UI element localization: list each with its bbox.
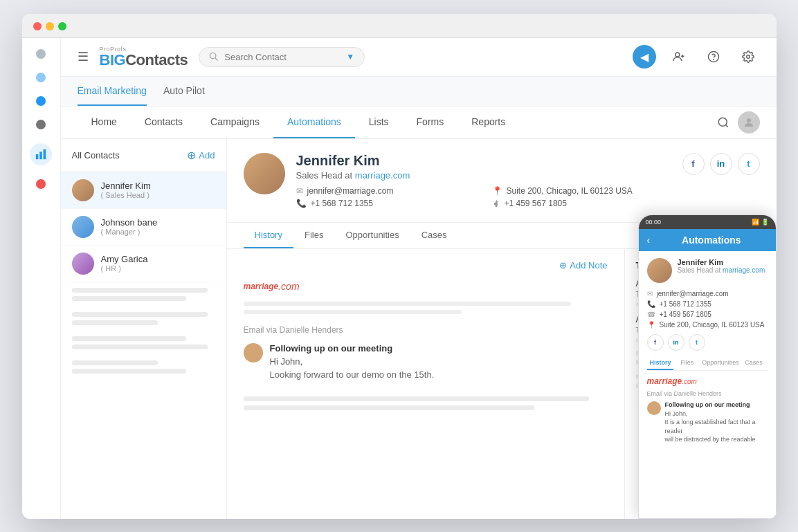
note-greeting: Hi John,	[270, 356, 608, 367]
detail-tab-history[interactable]: History	[244, 223, 293, 248]
sidebar-dot-5	[36, 179, 46, 189]
placeholder-row-1	[61, 282, 226, 306]
hamburger-menu[interactable]: ☰	[78, 49, 89, 64]
mobile-linkedin-button[interactable]: in	[668, 334, 684, 351]
note-via: Email via Danielle Henders	[244, 325, 608, 335]
nav-search-icon[interactable]	[717, 116, 729, 129]
contact-email: ✉ jennifer@marriage.com	[296, 186, 475, 196]
nav-automations[interactable]: Automations	[273, 107, 355, 138]
detail-tab-files[interactable]: Files	[293, 223, 334, 248]
nav-campaigns[interactable]: Campaigns	[197, 107, 273, 138]
mobile-contact-position: Sales Head at marriage.com	[678, 266, 765, 274]
mobile-time: 00:00	[646, 219, 662, 226]
svg-point-11	[718, 118, 727, 126]
contact-info-main: Jennifer Kim Sales Head at marriage.com …	[296, 153, 671, 208]
contact-item-jennifer[interactable]: Jennifer Kim ( Sales Head )	[61, 172, 226, 209]
mobile-email: ✉ jennifer@marriage.com	[647, 290, 768, 297]
note-body: Looking forward to our demo on the 15th.	[270, 369, 608, 380]
sub-tabs: Email Marketing Auto Pilot	[61, 77, 777, 107]
note-message: Following up on our meeting Hi John, Loo…	[244, 343, 608, 380]
tab-auto-pilot[interactable]: Auto Pilot	[163, 77, 205, 106]
settings-button[interactable]	[736, 45, 760, 68]
logo-big: BIGContacts	[100, 53, 188, 68]
mobile-twitter-button[interactable]: t	[689, 334, 705, 351]
mobile-phone: 📞 +1 568 712 1355	[647, 300, 768, 308]
contact-item-amy[interactable]: Amy Garica ( HR )	[61, 246, 226, 282]
mobile-contact-name: Jennifer Kim	[678, 258, 765, 266]
help-button[interactable]	[702, 45, 725, 68]
facebook-button[interactable]: f	[682, 153, 705, 175]
nav-home[interactable]: Home	[78, 107, 131, 138]
minimize-dot[interactable]	[46, 22, 54, 30]
close-dot[interactable]	[33, 22, 42, 30]
contact-role-jennifer: ( Sales Head )	[101, 191, 151, 199]
mobile-tab-cases[interactable]: Cases	[741, 356, 768, 370]
mobile-contact-row: Jennifer Kim Sales Head at marriage.com	[647, 258, 768, 283]
contact-avatar-jennifer	[72, 179, 94, 201]
placeholder-row-4	[61, 355, 226, 379]
nav-back-button[interactable]: ◀	[633, 45, 656, 68]
mobile-contact-avatar	[647, 258, 672, 283]
mobile-tab-files[interactable]: Files	[673, 356, 700, 370]
nav-forms[interactable]: Forms	[403, 107, 458, 138]
contact-name-jennifer: Jennifer Kim	[101, 181, 151, 191]
mobile-note-via: Email via Danielle Henders	[647, 390, 768, 397]
note-lines	[244, 302, 608, 314]
mobile-note-avatar	[647, 401, 661, 415]
contact-role-amy: ( HR )	[101, 264, 148, 273]
search-input[interactable]	[224, 52, 341, 62]
search-dropdown-arrow[interactable]: ▼	[346, 52, 354, 62]
add-note-button[interactable]: ⊕ Add Note	[559, 260, 607, 270]
detail-tab-cases[interactable]: Cases	[410, 223, 458, 248]
contacts-title: All Contacts	[72, 150, 120, 160]
nav-lists[interactable]: Lists	[355, 107, 403, 138]
mobile-note-hi: Hi John,	[665, 410, 768, 419]
note-subject: Following up on our meeting	[270, 343, 608, 354]
nav-reports[interactable]: Reports	[457, 107, 519, 138]
sidebar-chart-icon[interactable]	[30, 143, 52, 165]
contacts-header: All Contacts ⊕ Add	[61, 139, 226, 172]
placeholder-row-2	[61, 306, 226, 331]
tab-email-marketing[interactable]: Email Marketing	[78, 77, 147, 106]
detail-tab-opportunities[interactable]: Opportunities	[334, 223, 410, 248]
contact-photo	[244, 153, 285, 194]
sidebar-dot-4	[36, 120, 46, 129]
svg-rect-2	[44, 149, 46, 158]
contact-avatar-amy	[72, 253, 94, 275]
bottom-placeholders	[244, 396, 608, 410]
contacts-panel: All Contacts ⊕ Add Jennifer Kim ( Sales …	[61, 139, 227, 519]
note-sender-avatar	[244, 343, 263, 363]
mobile-content: Jennifer Kim Sales Head at marriage.com …	[639, 251, 776, 506]
search-bar[interactable]: ▼	[199, 47, 365, 67]
mobile-tab-history[interactable]: History	[647, 356, 674, 370]
mobile-social: f in t	[647, 334, 768, 351]
sidebar-dot-2	[36, 73, 46, 82]
content-area: All Contacts ⊕ Add Jennifer Kim ( Sales …	[61, 139, 777, 519]
mobile-facebook-button[interactable]: f	[647, 334, 664, 351]
mobile-status-icons: 📶🔋	[752, 219, 769, 226]
mobile-fax: ☎ +1 459 567 1805	[647, 311, 768, 318]
mobile-contact-info: Jennifer Kim Sales Head at marriage.com	[678, 258, 765, 274]
svg-rect-1	[39, 152, 42, 159]
mobile-tabs: History Files Opportunities Cases	[647, 356, 768, 371]
add-user-button[interactable]	[667, 45, 691, 68]
note-company: marriage.com	[244, 279, 608, 293]
contact-item-johnson[interactable]: Johnson bane ( Manager )	[61, 209, 226, 246]
add-contact-button[interactable]: ⊕ Add	[187, 149, 215, 162]
nav-avatar[interactable]	[738, 111, 760, 134]
nav-contacts[interactable]: Contacts	[131, 107, 197, 138]
contact-address: 📍 Suite 200, Chicago, IL 60123 USA	[492, 186, 671, 196]
mobile-tab-opportunities[interactable]: Opportunities	[700, 356, 741, 370]
mobile-status-bar: 00:00 📶🔋	[639, 215, 776, 229]
top-header: ☰ ProProfs BIGContacts ▼ ◀	[61, 38, 777, 77]
mobile-back-button[interactable]: ‹	[647, 235, 651, 246]
svg-line-4	[215, 58, 218, 61]
placeholder-row-3	[61, 331, 226, 355]
svg-point-9	[713, 59, 714, 59]
twitter-button[interactable]: t	[738, 153, 760, 175]
contact-role-johnson: ( Manager )	[101, 228, 158, 236]
maximize-dot[interactable]	[58, 22, 66, 30]
mobile-title: Automations	[655, 235, 767, 246]
sidebar-dot-3	[36, 96, 46, 106]
linkedin-button[interactable]: in	[710, 153, 732, 175]
